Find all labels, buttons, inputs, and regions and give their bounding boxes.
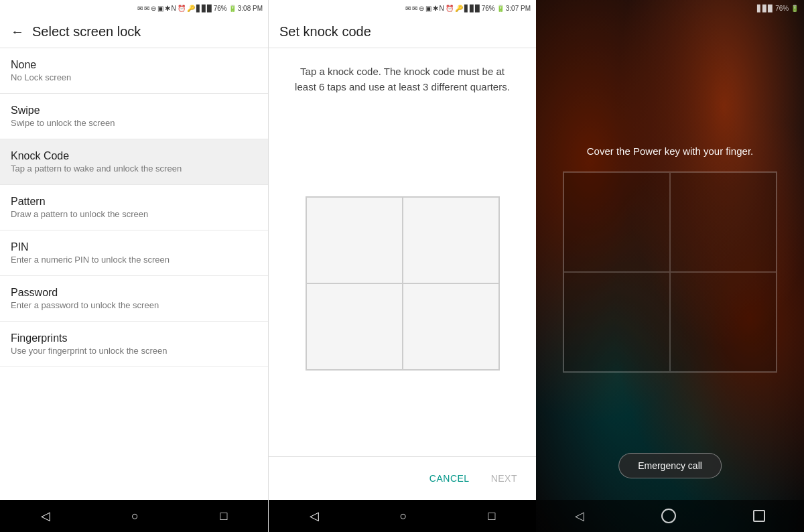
knock-grid-container [269, 111, 536, 456]
nav-back-p2[interactable]: ◁ [310, 509, 319, 523]
panel1-header: ← Select screen lock [0, 16, 268, 48]
lock-item-none-subtitle: No Lock screen [11, 72, 257, 82]
nav-home-p1[interactable]: ○ [131, 509, 139, 523]
battery-text-p2: 76% [482, 5, 495, 12]
lock-item-none-title: None [11, 59, 257, 71]
time-p1: 3:08 PM [238, 5, 263, 12]
lock-item-fingerprints[interactable]: Fingerprints Use your fingerprint to unl… [0, 322, 268, 367]
lock-item-knock-subtitle: Tap a pattern to wake and unlock the scr… [11, 163, 257, 174]
cancel-button[interactable]: CANCEL [427, 468, 472, 489]
lock-item-pin-subtitle: Enter a numeric PIN to unlock the screen [11, 255, 257, 265]
mail-icon-p2: ✉ [405, 5, 411, 12]
emergency-call-button[interactable]: Emergency call [618, 453, 722, 478]
nav-recent-p2[interactable]: □ [488, 509, 496, 523]
lock-item-password-subtitle: Enter a password to unlock the screen [11, 300, 257, 310]
lock-cell-bl[interactable] [563, 272, 670, 372]
nav-recent-p1[interactable]: □ [220, 509, 227, 523]
lock-item-pattern-subtitle: Draw a pattern to unlock the screen [11, 209, 257, 219]
knock-cell-tl[interactable] [306, 197, 403, 283]
status-bar-icons-panel1: ✉ ✉ ⊖ ▣ ✱ N ⏰ 🔑 ▋▊▉ 76% 🔋 3:08 PM [137, 5, 263, 12]
cover-power-key-text: Cover the Power key with your finger. [587, 144, 753, 158]
status-bar-icons-panel2: ✉ ✉ ⊖ ▣ ✱ N ⏰ 🔑 ▋▊▉ 76% 🔋 3:07 PM [405, 5, 531, 12]
lock-item-knock-code[interactable]: Knock Code Tap a pattern to wake and unl… [0, 139, 268, 185]
panel2-title: Set knock code [279, 24, 525, 40]
status-bar-panel2: ✉ ✉ ⊖ ▣ ✱ N ⏰ 🔑 ▋▊▉ 76% 🔋 3:07 PM [269, 0, 536, 16]
lock-item-pattern-title: Pattern [11, 196, 257, 208]
lock-item-pattern[interactable]: Pattern Draw a pattern to unlock the scr… [0, 185, 268, 230]
knock-cell-tr[interactable] [403, 197, 499, 283]
n-icon-p2: N [440, 5, 444, 12]
mail2-icon-p2: ✉ [412, 5, 417, 12]
lock-item-pin-title: PIN [11, 241, 257, 253]
nav-bar-p3: ◁ [536, 500, 804, 532]
status-bar-panel1: ✉ ✉ ⊖ ▣ ✱ N ⏰ 🔑 ▋▊▉ 76% 🔋 3:08 PM [0, 0, 268, 16]
knock-code-description: Tap a knock code. The knock code must be… [269, 48, 536, 111]
lock-list: None No Lock screen Swipe Swipe to unloc… [0, 48, 268, 500]
nav-back-p1[interactable]: ◁ [41, 509, 50, 523]
knock-code-grid[interactable] [306, 196, 500, 371]
panel1-title: Select screen lock [32, 24, 141, 40]
key-icon-p2: 🔑 [455, 5, 463, 12]
lock-item-password-title: Password [11, 287, 257, 299]
panel2-actions: CANCEL NEXT [269, 456, 536, 500]
no-entry-icon-p2: ⊖ [419, 5, 424, 12]
lock-screen-panel: ▋▊▉ 76% 🔋 Cover the Power key with your … [536, 0, 804, 532]
lock-item-knock-title: Knock Code [11, 150, 257, 162]
nav-home-p2[interactable]: ○ [400, 509, 407, 523]
knock-cell-br[interactable] [403, 283, 499, 370]
lock-cell-br[interactable] [670, 272, 777, 372]
time-p2: 3:07 PM [506, 5, 531, 12]
lock-item-swipe-subtitle: Swipe to unlock the screen [11, 118, 257, 128]
no-entry-icon: ⊖ [151, 5, 156, 12]
lock-item-pin[interactable]: PIN Enter a numeric PIN to unlock the sc… [0, 230, 268, 276]
alarm-icon-p2: ⏰ [446, 5, 454, 12]
back-button-p1[interactable]: ← [11, 24, 24, 40]
signal-icon-p2: ▋▊▉ [464, 5, 480, 12]
lock-screen-knock-grid[interactable] [563, 172, 777, 373]
mail-icon: ✉ [137, 5, 143, 12]
nav-home-p3[interactable] [661, 509, 676, 523]
select-screen-lock-panel: ✉ ✉ ⊖ ▣ ✱ N ⏰ 🔑 ▋▊▉ 76% 🔋 3:08 PM ← Sele… [0, 0, 268, 532]
status-bar-panel3: ▋▊▉ 76% 🔋 [536, 0, 804, 16]
nav-back-p3[interactable]: ◁ [575, 509, 584, 523]
lock-cell-tr[interactable] [670, 172, 777, 272]
lock-item-fp-subtitle: Use your fingerprint to unlock the scree… [11, 346, 257, 356]
bluetooth-icon-p2: ✱ [433, 5, 438, 12]
nav-bar-p2: ◁ ○ □ [269, 500, 536, 532]
lock-item-none[interactable]: None No Lock screen [0, 48, 268, 94]
lock-item-fp-title: Fingerprints [11, 332, 257, 344]
nav-bar-p1: ◁ ○ □ [0, 500, 268, 532]
image-icon-p2: ▣ [425, 5, 431, 12]
lock-item-password[interactable]: Password Enter a password to unlock the … [0, 276, 268, 322]
n-icon: N [172, 5, 176, 12]
lock-item-swipe[interactable]: Swipe Swipe to unlock the screen [0, 94, 268, 139]
alarm-icon: ⏰ [178, 5, 186, 12]
status-icons-p3: ▋▊▉ 76% 🔋 [757, 5, 799, 12]
nav-recent-p3[interactable] [753, 510, 765, 522]
battery-icon-p1: 🔋 [228, 5, 237, 12]
lock-item-swipe-title: Swipe [11, 105, 257, 117]
battery-text-p1: 76% [214, 5, 227, 12]
lock-cell-tl[interactable] [563, 172, 670, 272]
key-icon: 🔑 [187, 5, 195, 12]
lock-screen-content: Cover the Power key with your finger. [536, 16, 804, 500]
battery-icon-p2: 🔋 [496, 5, 505, 12]
knock-cell-bl[interactable] [306, 283, 403, 370]
mail2-icon: ✉ [144, 5, 149, 12]
image-icon: ▣ [157, 5, 163, 12]
bluetooth-icon: ✱ [165, 5, 170, 12]
set-knock-code-panel: ✉ ✉ ⊖ ▣ ✱ N ⏰ 🔑 ▋▊▉ 76% 🔋 3:07 PM Set kn… [268, 0, 536, 532]
panel2-header: Set knock code [269, 16, 536, 48]
signal-icon: ▋▊▉ [196, 5, 212, 12]
next-button[interactable]: NEXT [488, 468, 520, 489]
